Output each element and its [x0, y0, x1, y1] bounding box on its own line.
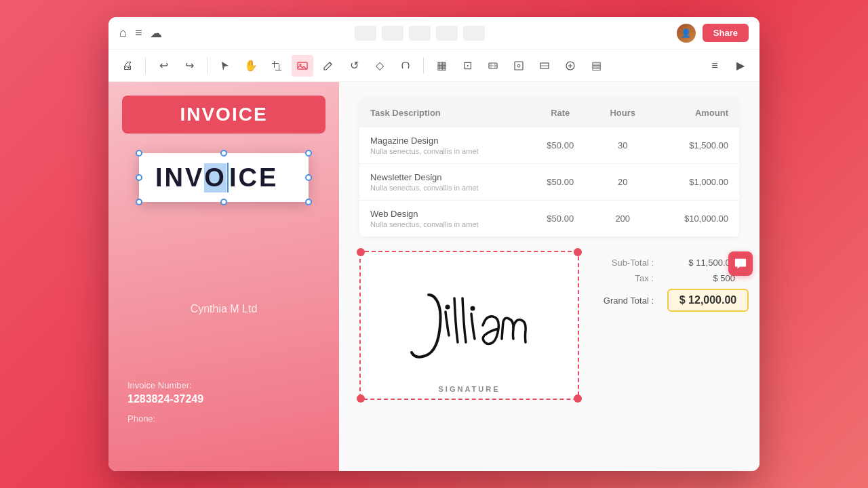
gallery-tool[interactable]: ▤ — [585, 55, 607, 77]
title-bar-right: 👤 Share — [677, 24, 749, 43]
task-cell-2: Newsletter Design Nulla senectus, conval… — [359, 164, 529, 201]
signature-area[interactable]: SIGNATURE — [359, 251, 579, 400]
rotate-tool[interactable]: ↺ — [343, 55, 365, 77]
svg-point-8 — [517, 64, 520, 67]
menu-icon[interactable]: ≡ — [135, 26, 142, 40]
rate-cell-1: $50.00 — [529, 127, 592, 164]
tab-2[interactable] — [382, 26, 403, 41]
svg-rect-3 — [275, 70, 281, 70]
share-button[interactable]: Share — [703, 24, 749, 42]
title-bar-left: ⌂ ≡ ☁ — [119, 26, 162, 41]
grand-total-value: $ 12,000.00 — [667, 289, 749, 312]
task-name-1: Magazine Design — [370, 136, 518, 146]
amount-cell-3: $10,000.00 — [654, 201, 739, 237]
tax-value: $ 500 — [667, 273, 735, 283]
edit-tool[interactable] — [317, 55, 339, 77]
tab-1[interactable] — [355, 26, 376, 41]
handle-tl[interactable] — [136, 150, 142, 157]
handle-lm[interactable] — [136, 174, 142, 181]
hand-tool[interactable]: ✋ — [240, 55, 262, 77]
selected-text-element[interactable]: INV O ICE — [139, 153, 309, 202]
tax-label: Tax : — [593, 273, 654, 283]
redo-tool[interactable]: ↪ — [178, 55, 200, 77]
sig-handle-tr[interactable] — [574, 248, 582, 256]
crop-tool[interactable] — [266, 55, 288, 77]
image-tool[interactable] — [292, 55, 313, 77]
col-amount: Amount — [654, 98, 739, 127]
print-tool[interactable]: 🖨 — [117, 55, 138, 77]
table-row: Web Design Nulla senectus, convallis in … — [359, 201, 739, 237]
col-hours: Hours — [592, 98, 654, 127]
comment-button[interactable] — [728, 251, 753, 276]
svg-rect-0 — [274, 61, 275, 68]
title-bar: ⌂ ≡ ☁ 👤 Share — [108, 17, 760, 49]
tax-row: Tax : $ 500 — [593, 273, 742, 283]
grid1-tool[interactable]: ▦ — [431, 55, 452, 77]
totals-wrapper: Sub-Total : $ 11,500.00 Tax : $ 500 Gran… — [593, 251, 742, 312]
sig-handle-tl[interactable] — [357, 248, 365, 256]
task-name-2: Newsletter Design — [370, 172, 518, 182]
select-tool[interactable] — [214, 55, 236, 77]
import-tool[interactable] — [559, 55, 581, 77]
cloud-icon[interactable]: ☁ — [150, 26, 162, 41]
invoice-header-block: INVOICE — [122, 96, 326, 134]
task-sub-3: Nulla senectus, convallis in amet — [370, 220, 518, 228]
table-row: Newsletter Design Nulla senectus, conval… — [359, 164, 739, 201]
tab-4[interactable] — [436, 26, 458, 41]
text-o-highlight: O — [204, 163, 226, 192]
invoice-details: Invoice Number: 1283824-37249 Phone: — [127, 380, 203, 424]
task-cell-1: Magazine Design Nulla senectus, convalli… — [359, 127, 529, 164]
task-name-3: Web Design — [370, 209, 518, 219]
phone-label: Phone: — [127, 413, 203, 424]
grid2-tool[interactable]: ⊡ — [456, 55, 478, 77]
annotate-tool[interactable] — [395, 55, 416, 77]
signature-label: SIGNATURE — [439, 385, 500, 393]
task-cell-3: Web Design Nulla senectus, convallis in … — [359, 201, 529, 237]
text-cursor — [227, 163, 229, 192]
svg-point-14 — [446, 305, 450, 310]
left-panel: INVOICE INV O ICE — [108, 82, 339, 471]
avatar: 👤 — [677, 24, 696, 43]
sep-1 — [145, 58, 146, 74]
text-ice: ICE — [229, 163, 278, 192]
amount-cell-1: $1,500.00 — [654, 127, 739, 164]
rect2-tool[interactable] — [508, 55, 530, 77]
invoice-bg-title: INVOICE — [180, 104, 267, 125]
svg-rect-7 — [515, 62, 523, 70]
subtotal-value: $ 11,500.00 — [667, 258, 735, 268]
comment-icon — [734, 258, 747, 270]
rate-cell-2: $50.00 — [529, 164, 592, 201]
right-panel: Task Description Rate Hours Amount Magaz… — [339, 82, 760, 471]
svg-point-15 — [471, 306, 475, 311]
task-sub-2: Nulla senectus, convallis in amet — [370, 184, 518, 192]
undo-tool[interactable]: ↩ — [153, 55, 174, 77]
lines-tool[interactable]: ≡ — [704, 55, 726, 77]
handle-bl[interactable] — [136, 199, 142, 205]
sig-handle-br[interactable] — [574, 394, 582, 403]
svg-rect-2 — [279, 64, 279, 70]
toolbar: 🖨 ↩ ↪ ✋ ↺ ◇ ▦ ⊡ — [108, 49, 760, 82]
handle-tr[interactable] — [305, 150, 312, 157]
handle-bm[interactable] — [220, 199, 227, 205]
invoice-number: 1283824-37249 — [127, 393, 203, 405]
play-button[interactable]: ▶ — [730, 55, 751, 77]
tab-3[interactable] — [409, 26, 431, 41]
hours-cell-1: 30 — [592, 127, 654, 164]
text-inv: INV — [155, 163, 204, 192]
handle-br[interactable] — [305, 199, 312, 205]
amount-cell-2: $1,000.00 — [654, 164, 739, 201]
rect3-tool[interactable] — [534, 55, 555, 77]
app-window: ⌂ ≡ ☁ 👤 Share 🖨 ↩ ↪ ✋ — [108, 17, 760, 471]
company-name: Cynthia M Ltd — [108, 303, 339, 315]
handle-rm[interactable] — [305, 174, 312, 181]
tab-5[interactable] — [463, 26, 485, 41]
handle-tm[interactable] — [220, 150, 227, 157]
home-icon[interactable]: ⌂ — [119, 26, 127, 40]
grand-total-row: Grand Total : $ 12,000.00 — [593, 289, 742, 312]
sig-handle-bl[interactable] — [357, 394, 365, 403]
task-sub-1: Nulla senectus, convallis in amet — [370, 147, 518, 155]
signature-wrapper: SIGNATURE — [359, 251, 579, 411]
rect1-tool[interactable] — [482, 55, 504, 77]
svg-rect-1 — [272, 63, 279, 64]
erase-tool[interactable]: ◇ — [369, 55, 391, 77]
